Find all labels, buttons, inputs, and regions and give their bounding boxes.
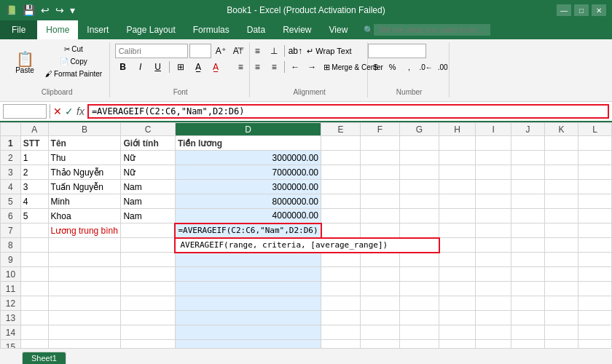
cell-g7[interactable] xyxy=(399,223,439,238)
paste-btn[interactable]: 📋 Paste xyxy=(9,44,41,82)
cell-h1[interactable] xyxy=(439,136,476,151)
cell-k1[interactable] xyxy=(544,136,578,151)
redo-btn[interactable]: ↪ xyxy=(54,4,66,17)
cell-b6[interactable]: Khoa xyxy=(48,209,121,223)
col-header-e[interactable]: E xyxy=(321,123,361,136)
cell-f7[interactable] xyxy=(360,223,399,238)
cell-a5[interactable]: 4 xyxy=(20,194,48,209)
cell-c4[interactable]: Nam xyxy=(121,180,176,194)
cell-d3[interactable]: 7000000.00 xyxy=(175,165,321,180)
cell-j7[interactable] xyxy=(511,223,545,238)
customize-btn[interactable]: ▾ xyxy=(68,4,76,17)
cell-a6[interactable]: 5 xyxy=(20,209,48,223)
formula-input[interactable]: =AVERAGEIF(C2:C6,"Nam",D2:D6) xyxy=(87,104,609,119)
cut-btn[interactable]: ✂ Cut xyxy=(42,44,105,55)
cell-c1[interactable]: Giới tính xyxy=(121,136,176,151)
cell-d7[interactable]: =AVERAGEIF(C2:C6,"Nam",D2:D6) xyxy=(175,223,321,238)
copy-btn[interactable]: 📄 Copy xyxy=(42,56,105,67)
cell-f1[interactable] xyxy=(360,136,399,151)
menu-page-layout[interactable]: Page Layout xyxy=(117,20,184,39)
cell-g6[interactable] xyxy=(399,209,439,223)
col-header-d[interactable]: D xyxy=(175,123,321,136)
cell-b8[interactable] xyxy=(48,238,121,253)
undo-btn[interactable]: ↩ xyxy=(39,4,51,17)
cell-e2[interactable] xyxy=(321,151,361,165)
cell-d2[interactable]: 3000000.00 xyxy=(175,151,321,165)
cell-c5[interactable]: Nam xyxy=(121,194,176,209)
cell-h4[interactable] xyxy=(439,180,476,194)
increase-decimal-btn[interactable]: .00 xyxy=(435,60,451,74)
align-left-btn[interactable]: ≡ xyxy=(232,60,248,74)
cell-e5[interactable] xyxy=(321,194,361,209)
col-header-a[interactable]: A xyxy=(20,123,48,136)
cell-l7[interactable] xyxy=(578,223,612,238)
cell-c8[interactable] xyxy=(121,238,176,253)
cell-d1[interactable]: Tiền lương xyxy=(175,136,321,151)
align-top-btn[interactable]: ⊤ xyxy=(232,44,248,58)
wrap-text-btn[interactable]: ↵ Wrap Text xyxy=(304,45,354,58)
cell-b4[interactable]: Tuấn Nguyễn xyxy=(48,180,121,194)
cell-i1[interactable] xyxy=(476,136,511,151)
col-header-g[interactable]: G xyxy=(399,123,439,136)
save-btn[interactable]: 💾 xyxy=(21,4,36,17)
minimize-btn[interactable]: — xyxy=(557,4,571,16)
align-bottom-btn[interactable]: ⊥ xyxy=(266,44,282,58)
formula-cancel-icon[interactable]: ✕ xyxy=(53,106,62,117)
cell-i5[interactable] xyxy=(476,194,511,209)
cell-i8[interactable] xyxy=(476,238,511,253)
cell-k8[interactable] xyxy=(544,238,578,253)
col-header-f[interactable]: F xyxy=(360,123,399,136)
cell-k6[interactable] xyxy=(544,209,578,223)
tell-me-input[interactable] xyxy=(374,24,490,36)
font-name-input[interactable] xyxy=(115,44,188,58)
currency-btn[interactable]: $ xyxy=(368,60,384,74)
cell-f3[interactable] xyxy=(360,165,399,180)
cell-b5[interactable]: Minh xyxy=(48,194,121,209)
cell-d4[interactable]: 3000000.00 xyxy=(175,180,321,194)
cell-d6[interactable]: 4000000.00 xyxy=(175,209,321,223)
cell-l6[interactable] xyxy=(578,209,612,223)
cell-g1[interactable] xyxy=(399,136,439,151)
increase-indent-btn[interactable]: → xyxy=(304,60,320,74)
cell-e7[interactable] xyxy=(321,223,361,238)
borders-btn[interactable]: ⊞ xyxy=(173,60,189,74)
cell-a2[interactable]: 1 xyxy=(20,151,48,165)
cell-a1[interactable]: STT xyxy=(20,136,48,151)
col-header-l[interactable]: L xyxy=(578,123,612,136)
menu-formulas[interactable]: Formulas xyxy=(184,20,238,39)
col-header-h[interactable]: H xyxy=(439,123,476,136)
cell-l5[interactable] xyxy=(578,194,612,209)
formula-confirm-icon[interactable]: ✓ xyxy=(65,106,74,117)
cell-l8[interactable] xyxy=(578,238,612,253)
cell-j8[interactable] xyxy=(511,238,545,253)
cell-h8[interactable] xyxy=(439,238,476,253)
cell-h3[interactable] xyxy=(439,165,476,180)
cell-i7[interactable] xyxy=(476,223,511,238)
cell-g2[interactable] xyxy=(399,151,439,165)
cell-l4[interactable] xyxy=(578,180,612,194)
cell-f4[interactable] xyxy=(360,180,399,194)
menu-data[interactable]: Data xyxy=(238,20,274,39)
format-painter-btn[interactable]: 🖌 Format Painter xyxy=(42,68,105,79)
cell-l1[interactable] xyxy=(578,136,612,151)
cell-g4[interactable] xyxy=(399,180,439,194)
percent-btn[interactable]: % xyxy=(385,60,401,74)
font-size-increase-btn[interactable]: A⁺ xyxy=(213,44,229,58)
font-size-input[interactable]: 11 xyxy=(189,44,211,58)
orient-btn[interactable]: ab↑ xyxy=(287,44,303,58)
underline-btn[interactable]: U xyxy=(150,60,166,74)
cell-b3[interactable]: Thảo Nguyễn xyxy=(48,165,121,180)
col-header-c[interactable]: C xyxy=(121,123,176,136)
cell-k5[interactable] xyxy=(544,194,578,209)
col-header-j[interactable]: J xyxy=(511,123,545,136)
cell-j6[interactable] xyxy=(511,209,545,223)
maximize-btn[interactable]: □ xyxy=(574,4,589,16)
cell-i3[interactable] xyxy=(476,165,511,180)
cell-j2[interactable] xyxy=(511,151,545,165)
col-header-k[interactable]: K xyxy=(544,123,578,136)
decrease-indent-btn[interactable]: ← xyxy=(287,60,303,74)
menu-file[interactable]: File xyxy=(0,20,37,39)
font-color-btn[interactable]: A̲ xyxy=(208,60,224,74)
decrease-decimal-btn[interactable]: .0← xyxy=(418,60,434,74)
align-middle-btn[interactable]: ≡ xyxy=(249,44,265,58)
